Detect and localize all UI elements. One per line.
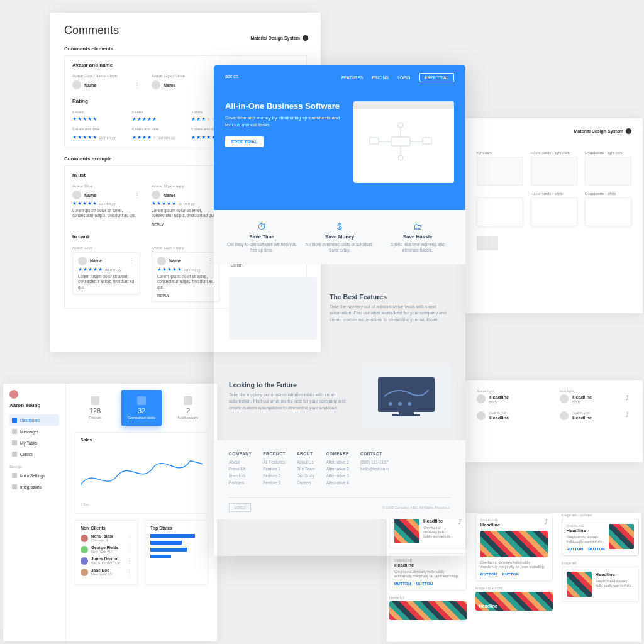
check-icon [137, 396, 146, 405]
sales-chart: Sales 1 Sep [75, 432, 208, 514]
share-icon[interactable]: ⤴ [545, 518, 548, 528]
client-row[interactable]: Jones DermotSan Francisco, CA⋮ [80, 557, 133, 565]
card-image [609, 524, 634, 549]
card-placeholder [531, 157, 577, 186]
card-button[interactable]: BUTTON [588, 547, 605, 551]
copyright: © 2019 Company ABC. All Rights Reserved. [382, 506, 450, 509]
footer: COMPANYAboutPress KitInvestorsPartnersPR… [214, 440, 465, 519]
footer-link[interactable]: (888) 111-1117 [360, 460, 389, 464]
card-button[interactable]: BUTTON [416, 582, 433, 586]
stat-notifications[interactable]: 2Notifications [168, 390, 208, 426]
footer-link[interactable]: Alternative 1 [326, 460, 349, 464]
share-icon[interactable]: ⤴ [626, 394, 631, 400]
section-best-features: The Best FeaturesTake the mystery out of… [214, 264, 465, 352]
new-clients: New Clients Nora TsianiChicago, IL⋮ Geor… [75, 520, 138, 585]
footer-col-title: PRODUCT [263, 452, 286, 456]
grey-block [477, 236, 498, 250]
svg-point-6 [398, 155, 403, 160]
footer-link[interactable]: Press Kit [229, 467, 252, 471]
svg-rect-7 [370, 138, 379, 144]
footer-link[interactable]: Partners [229, 480, 252, 485]
nav-tasks[interactable]: My Tasks [9, 437, 59, 448]
top-states: Top States [145, 520, 208, 585]
feature-hassle: 🗂Save HassleSpend less time worrying and… [379, 221, 457, 253]
footer-link[interactable]: Investors [229, 474, 252, 478]
avatar-icon [477, 411, 486, 420]
dashboard-main: 128Friends 32Completed tasks 2Notificati… [66, 384, 217, 591]
dollar-icon: $ [304, 221, 375, 231]
cta-free-trial[interactable]: FREE TRIAL [225, 136, 264, 147]
footer-col-title: COMPARE [326, 452, 349, 456]
share-icon[interactable]: ⤴ [626, 411, 631, 417]
card-button[interactable]: BUTTON [480, 572, 497, 576]
card-button[interactable]: BUTTON [502, 572, 519, 576]
footer-col-title: COMPANY [229, 452, 252, 456]
nav-integrations[interactable]: Integrations [9, 481, 59, 492]
section-future: Looking to the FutureTake the mystery ou… [214, 352, 465, 440]
nav-free-trial[interactable]: FREE TRIAL [419, 73, 454, 82]
card-image: Headline [475, 592, 553, 611]
svg-rect-10 [399, 412, 414, 414]
card-image [480, 531, 548, 557]
svg-rect-8 [423, 138, 431, 144]
footer-link[interactable]: Alternative 2 [326, 467, 349, 471]
folder-icon: 🗂 [382, 221, 453, 231]
nav-login[interactable]: LOGIN [397, 75, 410, 80]
avatar-icon [72, 80, 81, 89]
user-avatar[interactable] [9, 390, 18, 399]
card[interactable]: OVERLINEHeadline Greyhound divisively he… [389, 553, 467, 591]
svg-point-12 [389, 402, 392, 406]
reply-button[interactable]: REPLY [152, 223, 219, 226]
avatar-icon [477, 394, 486, 403]
nav-dashboard[interactable]: Dashboard [9, 414, 59, 426]
nav-clients[interactable]: Clients [9, 448, 59, 460]
card-placeholder [585, 157, 631, 186]
stat-friends[interactable]: 128Friends [75, 390, 115, 426]
card[interactable]: OVERLINEHeadline⤴ Greyhound divisively h… [475, 513, 553, 581]
features-row: ⏱Save TimeOur easy-to-use software will … [214, 210, 465, 264]
nav-messages[interactable]: Messages [9, 426, 59, 437]
reply-button[interactable]: REPLY [157, 294, 214, 297]
card-placeholder [477, 197, 523, 226]
footer-link[interactable]: About [229, 460, 252, 464]
footer-link[interactable]: Alternative 4 [326, 480, 349, 485]
stat-tasks[interactable]: 32Completed tasks [121, 390, 162, 426]
footer-link[interactable]: hello@test.com [360, 467, 389, 471]
footer-link[interactable]: About Us [297, 460, 315, 464]
star-icon: ★★★★★ [72, 116, 121, 122]
client-row[interactable]: George FieldsNew York, NY⋮ [80, 545, 133, 553]
hero-title: All-in-One Business Software [225, 101, 343, 111]
footer-link[interactable]: Careers [297, 480, 315, 485]
card[interactable]: HeadlineGreyhound divisively hello coldl… [562, 567, 639, 602]
client-row[interactable]: Jane DoeNew York, NY⋮ [80, 568, 133, 576]
section-elements: Comments elements [64, 46, 307, 52]
hero-subtitle: Save time and money by eliminating sprea… [225, 114, 343, 129]
footer-link[interactable]: The Team [297, 467, 315, 471]
svg-point-5 [398, 123, 403, 128]
card-button[interactable]: BUTTON [394, 582, 411, 586]
avatar-icon [560, 394, 569, 403]
avatar-icon [152, 80, 160, 89]
footer-link[interactable]: Our Story [297, 474, 315, 478]
card-placeholder [477, 157, 523, 186]
section-illustration [362, 365, 450, 428]
logo[interactable]: abc co. [225, 74, 240, 79]
client-row[interactable]: Nora TsianiChicago, IL⋮ [80, 534, 133, 542]
nav-pricing[interactable]: PRICING [372, 75, 389, 80]
footer-link[interactable]: All Features [263, 460, 286, 464]
card-button[interactable]: BUTTON [567, 547, 584, 551]
headlines-panel: Avatar light HeadlineBody Icon light Hea… [465, 380, 643, 462]
footer-link[interactable]: Alternative 3 [326, 474, 349, 478]
card-placeholder [531, 197, 577, 226]
user-name[interactable]: Aaron Young [9, 402, 59, 408]
footer-logo[interactable]: LOGO [229, 503, 251, 512]
svg-point-13 [398, 402, 402, 406]
nav-settings[interactable]: Main Settings [9, 470, 59, 481]
card[interactable]: OVERLINEHeadlineGreyhound divisively hel… [562, 519, 639, 556]
footer-link[interactable]: Feature 3 [263, 480, 286, 485]
people-icon [91, 396, 99, 405]
footer-col-title: CONTACT [360, 452, 389, 456]
nav-features[interactable]: FEATURES [341, 75, 363, 80]
footer-link[interactable]: Feature 2 [263, 474, 286, 478]
footer-link[interactable]: Feature 1 [263, 467, 286, 471]
